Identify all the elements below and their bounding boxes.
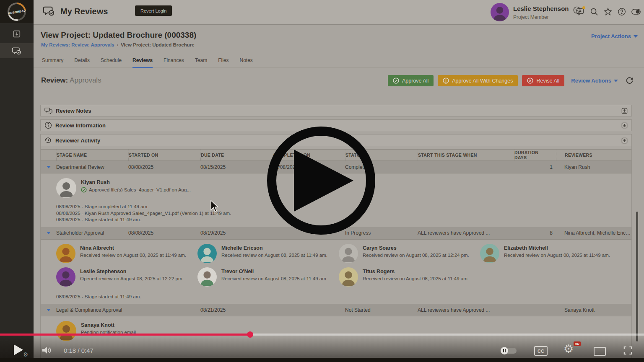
tab-summary[interactable]: Summary [42, 57, 63, 68]
revert-login-button[interactable]: Revert Login [135, 5, 172, 16]
breadcrumb-current: View Project: Updated Brochure [121, 42, 195, 47]
video-play-overlay-icon[interactable] [294, 150, 353, 212]
reviewer-name: Leslie Stephenson [80, 269, 184, 274]
check-circle-icon [393, 78, 399, 84]
feedback-chat-icon[interactable] [576, 7, 585, 16]
robohead-logo: ROBOHEAD [0, 0, 34, 23]
collapse-section-icon[interactable] [621, 137, 628, 144]
inbox-tray-icon [12, 29, 21, 39]
reviewer-name: Michelle Ericson [221, 245, 327, 251]
user-name: Leslie Stephenson [513, 5, 569, 13]
approve-all-button[interactable]: Approve All [388, 75, 434, 86]
tab-schedule[interactable]: Schedule [101, 57, 122, 68]
collapse-stage-icon[interactable] [47, 309, 51, 311]
sidebar-item-inbox[interactable] [0, 26, 34, 41]
reviewer-card: Trevor O'Neil Received review on August … [197, 267, 339, 287]
notes-bubbles-icon [44, 107, 52, 114]
scrollbar-thumb[interactable] [636, 212, 638, 341]
expand-section-icon[interactable] [621, 108, 628, 114]
section-label: Review Information [55, 122, 106, 129]
reviewer-activity-text: Received review on August 08, 2025 at 11… [80, 253, 186, 258]
reviewer-name: Kiyan Rush [81, 179, 191, 185]
video-progress-bar[interactable] [0, 334, 644, 336]
tab-reviews[interactable]: Reviews [132, 57, 153, 68]
favorites-star-icon[interactable] [603, 7, 613, 16]
avatar [197, 267, 217, 287]
robohead-logo-text: ROBOHEAD [6, 1, 28, 22]
video-progress-played [0, 334, 250, 336]
small-gear-icon[interactable]: ⚙ [23, 351, 29, 358]
reviewer-card: Elizabeth Mitchell Received review on Au… [480, 244, 621, 263]
col-start-this-stage-when: START THIS STAGE WHEN [418, 150, 514, 160]
video-progress-handle[interactable] [247, 331, 253, 338]
autoplay-toggle[interactable] [501, 348, 517, 354]
reviewer-card: Caryn Soares Received review on August 0… [339, 244, 480, 263]
chevron-down-icon [614, 80, 618, 82]
avatar [56, 267, 75, 287]
project-actions-dropdown[interactable]: Project Actions [591, 33, 638, 39]
reviewer-card: Sanaya Knott Pending notification email [41, 316, 631, 343]
reviewer-activity-text: Received review on August 08, 2025 at 11… [504, 253, 610, 258]
avatar [56, 178, 76, 198]
reviewer-activity-text: Received review on August 08, 2025 at 11… [363, 276, 469, 281]
avatar [480, 244, 499, 263]
reviewer-card: Titus Rogers Received review on August 0… [339, 267, 480, 287]
stage-row-legal-compliance-approval[interactable]: Legal & Compliance Approval 08/21/2025 N… [41, 304, 631, 316]
user-role: Project Member [513, 14, 569, 20]
tab-notes[interactable]: Notes [240, 57, 253, 68]
reviewer-name: Trevor O'Neil [221, 269, 327, 274]
reviewer-activity-text: Received review on August 08, 2025 at 12… [363, 253, 469, 258]
tab-team[interactable]: Team [195, 57, 207, 68]
avatar [339, 267, 358, 287]
activity-history-icon [44, 137, 52, 144]
section-review-notes[interactable]: Review Notes [40, 105, 632, 116]
project-tabs: Summary Details Schedule Reviews Finance… [42, 57, 253, 68]
collapse-stage-icon[interactable] [47, 166, 51, 168]
avatar [56, 321, 76, 341]
info-circle-icon [44, 122, 52, 129]
avatar [197, 244, 217, 263]
reviewer-activity-text: Opened review on August 08, 2025 at 12:2… [80, 276, 184, 281]
refresh-icon[interactable] [626, 77, 634, 85]
avatar [339, 244, 358, 263]
theme-toggle-icon[interactable] [631, 7, 641, 16]
settings-gear-icon[interactable]: ⚙ [564, 344, 574, 355]
sidebar: ROBOHEAD [0, 0, 34, 362]
reviewer-activity-text: Received review on August 08, 2025 at 11… [221, 276, 327, 281]
reviewer-name: Titus Rogers [363, 269, 469, 274]
page-app-title: My Reviews [60, 7, 108, 16]
reviewer-activity-text: Approved file(s) Sales_4pager_V1.pdf on … [89, 187, 191, 192]
breadcrumb-link[interactable]: My Reviews: Review: Approvals [41, 42, 114, 47]
x-circle-icon [527, 78, 533, 84]
expand-section-icon[interactable] [621, 122, 628, 129]
video-frame: ROBOHEAD My Reviews [0, 0, 644, 362]
tab-files[interactable]: Files [218, 57, 229, 68]
log-line: 08/08/2025 - Stage started at 11:49 am. [56, 294, 631, 300]
captions-button[interactable]: CC [534, 346, 548, 356]
collapse-stage-icon[interactable] [47, 232, 51, 234]
chevron-down-icon [634, 35, 638, 38]
help-icon[interactable] [617, 7, 626, 16]
sidebar-item-my-reviews[interactable] [0, 43, 34, 58]
my-reviews-icon [43, 5, 55, 18]
review-heading: Review: Approvals [41, 76, 101, 85]
tab-details[interactable]: Details [74, 57, 90, 68]
reviewer-activity-text: Received review on August 08, 2025 at 11… [221, 253, 327, 258]
reviewer-card: Michelle Ericson Received review on Augu… [197, 244, 339, 263]
tab-finances[interactable]: Finances [164, 57, 184, 68]
approve-all-with-changes-button[interactable]: Approve All With Changes [438, 75, 518, 86]
reviewer-name: Nina Albrecht [80, 245, 186, 251]
search-icon[interactable] [589, 7, 599, 16]
col-duration-days: DURATION DAYS [514, 150, 556, 160]
user-avatar[interactable] [491, 3, 509, 21]
volume-icon[interactable] [41, 345, 52, 355]
theater-mode-button[interactable] [594, 347, 606, 356]
exclamation-circle-icon [443, 78, 449, 84]
fullscreen-icon[interactable] [623, 346, 633, 355]
review-actions-dropdown[interactable]: Review Actions [571, 78, 618, 84]
stage-log: 08/08/2025 - Stage started at 11:49 am. [41, 290, 631, 304]
video-play-button[interactable] [14, 344, 23, 355]
notification-dot [582, 6, 585, 9]
reviewer-card: Nina Albrecht Received review on August … [56, 244, 197, 263]
revise-all-button[interactable]: Revise All [522, 75, 564, 86]
